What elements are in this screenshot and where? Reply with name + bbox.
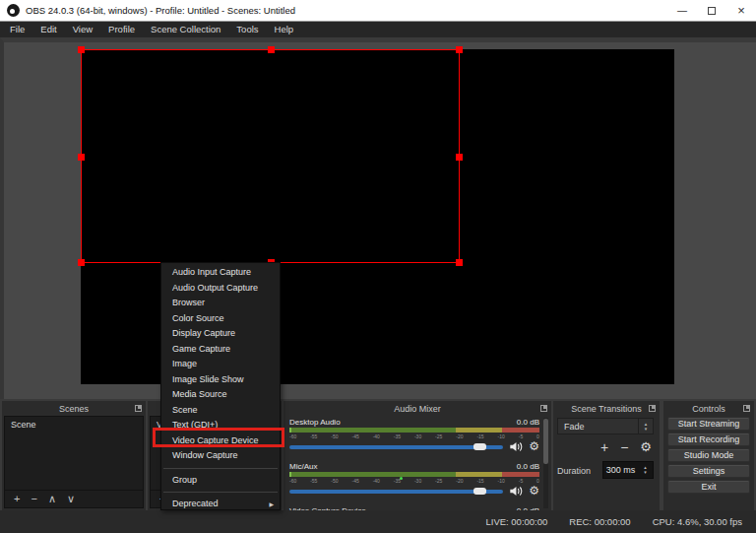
mixer-scrollbar[interactable] (543, 418, 548, 508)
channel-settings-gear-icon[interactable]: ⚙ (529, 485, 539, 498)
menu-bar-item[interactable]: Edit (32, 22, 64, 37)
transitions-panel-header[interactable]: Scene Transitions (553, 401, 660, 416)
dock-float-icon[interactable] (540, 405, 547, 412)
meter-tick-label: -50 (331, 478, 338, 484)
mixer-panel-header[interactable]: Audio Mixer (284, 401, 551, 416)
speaker-icon[interactable] (509, 485, 523, 498)
slider-handle[interactable] (473, 488, 486, 495)
context-menu-item[interactable]: Window Capture (161, 448, 280, 464)
scenes-toolbar-button[interactable]: ∨ (67, 494, 75, 504)
context-menu-item[interactable]: Image Slide Show (161, 372, 280, 388)
mixer-scrollbar-thumb[interactable] (543, 419, 548, 464)
control-button-label: Start Streaming (678, 419, 740, 429)
live-time: LIVE: 00:00:00 (485, 516, 547, 527)
transition-select[interactable]: Fade ▴ ▾ (557, 418, 654, 434)
control-button-label: Start Recording (678, 434, 740, 444)
scenes-toolbar-button[interactable]: + (14, 494, 20, 504)
dock-area: Scenes Scene +−∧∨ Sources Video Capture … (0, 399, 756, 510)
context-menu-item[interactable]: Scene (161, 403, 280, 419)
context-menu-item-label: Deprecated (172, 499, 219, 508)
channel-name: Desktop Audio (289, 418, 341, 427)
channel-settings-gear-icon[interactable]: ⚙ (529, 440, 539, 453)
scenes-panel-title: Scenes (59, 404, 89, 414)
resize-handle-top-mid[interactable] (268, 46, 275, 53)
speaker-icon[interactable] (509, 440, 523, 453)
add-source-context-menu: Audio Input Capture Audio Output Capture… (160, 262, 281, 510)
scenes-list[interactable]: Scene +−∧∨ (4, 416, 144, 508)
menu-bar-item[interactable]: Tools (228, 22, 266, 37)
volume-slider[interactable] (289, 440, 503, 453)
meter-tick-label: -35 (394, 433, 401, 439)
dock-float-icon[interactable] (743, 405, 750, 412)
menu-bar-item[interactable]: File (2, 22, 32, 37)
meter-tick-label: -25 (435, 478, 442, 484)
menu-bar-item[interactable]: Profile (100, 22, 143, 37)
meter-tick-label: -45 (351, 433, 358, 439)
remove-transition-button[interactable]: − (620, 439, 628, 455)
control-button[interactable]: Start Recording (667, 433, 750, 446)
resize-handle-bottom-right[interactable] (456, 259, 463, 266)
control-button-label: Exit (701, 482, 716, 492)
menu-bar-item[interactable]: View (65, 22, 100, 37)
close-icon: × (737, 3, 745, 18)
transition-select-arrows[interactable]: ▴ ▾ (638, 419, 653, 433)
highlight-annotation-box (153, 428, 284, 447)
context-menu-item[interactable]: Audio Input Capture (161, 265, 280, 281)
context-menu-item[interactable]: Color Source (161, 311, 280, 327)
dock-float-icon[interactable] (135, 405, 142, 412)
control-button[interactable]: Settings (667, 464, 750, 478)
meter-tick-label: -40 (373, 433, 380, 439)
context-menu-item[interactable] (163, 468, 278, 469)
resize-handle-top-right[interactable] (456, 46, 463, 53)
meter-tick-label: -25 (435, 433, 442, 439)
channel-level-db: 0.0 dB (517, 418, 539, 427)
context-menu-item[interactable]: Game Capture (161, 342, 280, 358)
slider-track (289, 490, 503, 494)
resize-handle-mid-left[interactable] (78, 154, 85, 161)
preview-area[interactable] (0, 37, 756, 399)
transitions-panel-title: Scene Transitions (571, 404, 642, 414)
context-menu-item[interactable]: Deprecated ▶ (161, 497, 280, 512)
context-menu-item-label: Game Capture (172, 344, 230, 354)
duration-spin-arrows[interactable]: ▴ ▾ (638, 462, 653, 478)
scenes-panel-header[interactable]: Scenes (2, 401, 146, 416)
control-button[interactable]: Start Streaming (667, 417, 750, 431)
context-menu-item[interactable] (163, 492, 278, 493)
close-button[interactable]: × (726, 0, 756, 21)
controls-panel-header[interactable]: Controls (663, 401, 754, 416)
scenes-toolbar-button[interactable]: − (31, 494, 36, 504)
minimize-button[interactable]: — (667, 0, 697, 21)
source-selection-rect[interactable] (81, 49, 460, 263)
control-button[interactable]: Exit (667, 480, 750, 494)
control-button[interactable]: Studio Mode (667, 448, 750, 462)
context-menu-item[interactable]: Group (161, 473, 280, 489)
duration-spinbox[interactable]: 300 ms ▴ ▾ (602, 461, 654, 479)
meter-scale: -60-55-50-45-40-35-30-25-20-15-10-50 (289, 477, 539, 484)
scenes-toolbar-button[interactable]: ∧ (48, 494, 56, 504)
scene-list-item[interactable]: Scene (5, 417, 143, 433)
dock-float-icon[interactable] (649, 405, 656, 412)
menu-bar-item[interactable]: Help (267, 22, 302, 37)
meter-scale: -60-55-50-45-40-35-30-25-20-15-10-50 (289, 433, 539, 439)
meter-tick-label: -60 (289, 478, 296, 484)
slider-handle[interactable] (473, 443, 486, 450)
meter-tick-label: -60 (289, 433, 296, 439)
resize-handle-mid-right[interactable] (456, 154, 463, 161)
context-menu-item-label: Window Capture (172, 450, 238, 460)
resize-handle-top-left[interactable] (78, 46, 85, 53)
add-transition-button[interactable]: + (600, 439, 608, 455)
mixer-panel-title: Audio Mixer (394, 404, 441, 414)
transition-settings-gear-icon[interactable]: ⚙ (640, 439, 652, 455)
resize-handle-bottom-left[interactable] (78, 259, 85, 266)
maximize-button[interactable] (697, 0, 726, 21)
context-menu-item[interactable]: Media Source (161, 387, 280, 403)
channel-name: Mic/Aux (289, 462, 317, 471)
context-menu-item[interactable]: Audio Output Capture (161, 281, 280, 297)
window-title: OBS 24.0.3 (64-bit, windows) - Profile: … (26, 5, 295, 16)
context-menu-item[interactable]: Display Capture (161, 326, 280, 342)
obs-window: OBS 24.0.3 (64-bit, windows) - Profile: … (0, 0, 756, 533)
context-menu-item[interactable]: Image (161, 357, 280, 372)
menu-bar-item[interactable]: Scene Collection (143, 22, 228, 37)
context-menu-item[interactable]: Browser (161, 296, 280, 311)
volume-slider[interactable] (289, 485, 503, 498)
